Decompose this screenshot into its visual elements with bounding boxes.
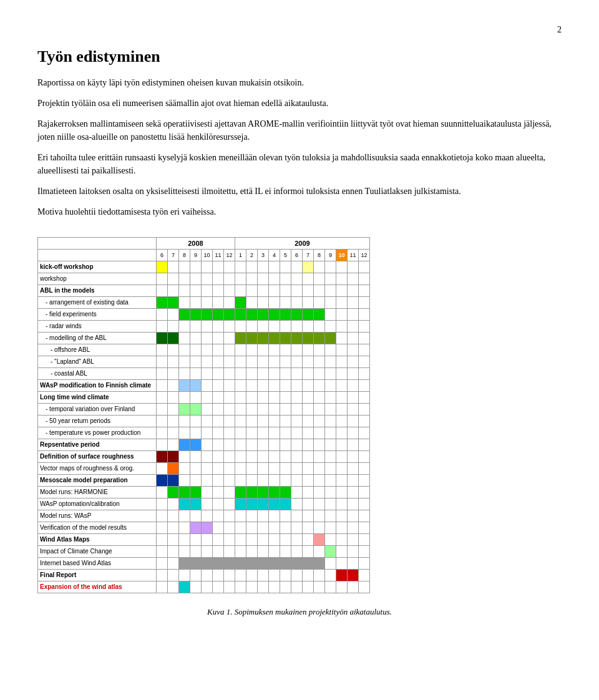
gantt-cell xyxy=(224,285,235,297)
gantt-cell xyxy=(325,356,336,368)
paragraph-1: Raportissa on käyty läpi työn edistymine… xyxy=(37,76,562,89)
gantt-cell xyxy=(336,416,348,427)
gantt-cell xyxy=(291,309,303,321)
month-7-2008: 7 xyxy=(168,250,179,261)
gantt-cell xyxy=(235,498,246,510)
gantt-cell xyxy=(280,463,291,475)
gantt-cell xyxy=(280,546,291,558)
gantt-cell xyxy=(280,356,291,368)
gantt-cell xyxy=(246,534,258,546)
table-row: - coastal ABL xyxy=(38,368,370,380)
gantt-cell xyxy=(359,581,370,593)
gantt-cell xyxy=(325,380,336,392)
gantt-cell xyxy=(359,297,370,309)
gantt-cell xyxy=(235,380,246,392)
gantt-cell xyxy=(190,333,202,344)
gantt-cell xyxy=(269,581,280,593)
gantt-cell xyxy=(280,581,291,593)
gantt-cell xyxy=(348,309,359,321)
gantt-cell xyxy=(179,475,190,487)
gantt-cell xyxy=(325,368,336,380)
row-label: Repsentative period xyxy=(38,439,157,451)
gantt-cell xyxy=(190,522,202,534)
gantt-cell xyxy=(213,309,224,321)
gantt-cell xyxy=(314,534,325,546)
gantt-cell xyxy=(179,427,190,439)
gantt-cell xyxy=(336,534,348,546)
gantt-cell xyxy=(168,392,179,404)
gantt-cell xyxy=(224,487,235,498)
gantt-cell xyxy=(359,510,370,522)
gantt-cell xyxy=(291,439,303,451)
gantt-cell xyxy=(190,581,202,593)
gantt-cell xyxy=(348,416,359,427)
gantt-cell xyxy=(246,344,258,356)
gantt-cell xyxy=(303,261,314,273)
gantt-cell xyxy=(258,297,269,309)
gantt-cell xyxy=(314,427,325,439)
gantt-cell xyxy=(291,581,303,593)
gantt-cell xyxy=(325,570,336,581)
gantt-cell xyxy=(336,368,348,380)
gantt-cell xyxy=(246,261,258,273)
gantt-cell xyxy=(179,510,190,522)
gantt-cell xyxy=(157,273,168,285)
gantt-cell xyxy=(224,392,235,404)
table-row: Expansion of the wind atlas xyxy=(38,581,370,593)
gantt-cell xyxy=(325,487,336,498)
month-5-2009: 5 xyxy=(280,250,291,261)
gantt-cell xyxy=(348,333,359,344)
gantt-caption: Kuva 1. Sopimuksen mukainen projektityön… xyxy=(37,606,562,618)
gantt-cell xyxy=(202,439,213,451)
gantt-cell xyxy=(325,404,336,416)
gantt-cell xyxy=(213,380,224,392)
gantt-cell xyxy=(291,392,303,404)
year-2008: 2008 xyxy=(157,238,235,250)
table-row: Model runs: WAsP xyxy=(38,510,370,522)
gantt-cell xyxy=(314,333,325,344)
gantt-cell xyxy=(157,510,168,522)
gantt-cell xyxy=(359,356,370,368)
row-label: - 50 year return periods xyxy=(38,416,157,427)
table-row: Mesoscale model preparation xyxy=(38,475,370,487)
gantt-cell xyxy=(202,416,213,427)
gantt-cell xyxy=(224,475,235,487)
gantt-cell xyxy=(202,463,213,475)
gantt-cell xyxy=(336,344,348,356)
gantt-cell xyxy=(359,546,370,558)
gantt-cell xyxy=(303,581,314,593)
month-6-2009: 6 xyxy=(291,250,303,261)
gantt-cell xyxy=(258,392,269,404)
gantt-cell xyxy=(336,404,348,416)
gantt-cell xyxy=(359,404,370,416)
gantt-cell xyxy=(157,261,168,273)
gantt-cell xyxy=(190,487,202,498)
gantt-cell xyxy=(258,273,269,285)
month-11-2009: 11 xyxy=(348,250,359,261)
gantt-cell xyxy=(168,285,179,297)
gantt-cell xyxy=(269,534,280,546)
gantt-cell xyxy=(303,558,314,570)
paragraph-3: Rajakerroksen mallintamiseen sekä operat… xyxy=(37,117,562,143)
gantt-cell xyxy=(202,558,213,570)
gantt-cell xyxy=(303,392,314,404)
table-row: - offshore ABL xyxy=(38,344,370,356)
gantt-cell xyxy=(303,333,314,344)
gantt-cell xyxy=(258,285,269,297)
gantt-cell xyxy=(224,534,235,546)
gantt-cell xyxy=(157,498,168,510)
gantt-cell xyxy=(179,534,190,546)
gantt-cell xyxy=(291,546,303,558)
gantt-cell xyxy=(336,546,348,558)
gantt-cell xyxy=(291,285,303,297)
gantt-cell xyxy=(269,558,280,570)
gantt-container: 2008 2009 6 7 8 9 10 11 12 1 2 3 4 5 xyxy=(37,237,562,593)
gantt-cell xyxy=(190,368,202,380)
gantt-cell xyxy=(246,404,258,416)
gantt-cell xyxy=(303,427,314,439)
gantt-cell xyxy=(235,344,246,356)
gantt-cell xyxy=(168,333,179,344)
gantt-cell xyxy=(157,581,168,593)
gantt-cell xyxy=(235,309,246,321)
month-10-2009: 10 xyxy=(336,250,348,261)
